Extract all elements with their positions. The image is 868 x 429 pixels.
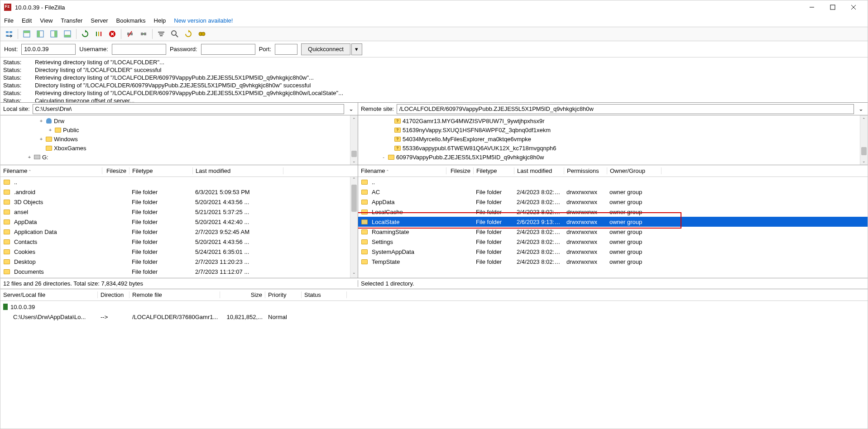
menu-edit[interactable]: Edit <box>22 17 32 24</box>
list-item[interactable]: ACFile folder2/4/2023 8:02:0...drwxrwxrw… <box>358 187 868 197</box>
new-version-link[interactable]: New version available! <box>174 17 233 24</box>
log-pane[interactable]: Status:Retrieving directory listing of "… <box>0 57 868 103</box>
list-item[interactable]: LocalCacheFile folder2/4/2023 8:02:0...d… <box>358 207 868 217</box>
menu-help[interactable]: Help <box>154 17 166 24</box>
site-manager-button[interactable] <box>3 28 15 40</box>
tree-item[interactable]: +Public <box>2 125 356 134</box>
tree-item[interactable]: +G: <box>2 153 356 162</box>
toggle-remote-tree-button[interactable] <box>48 28 60 40</box>
list-item[interactable]: AppDataFile folder2/4/2023 8:02:0...drwx… <box>358 197 868 207</box>
toggle-local-tree-button[interactable] <box>34 28 46 40</box>
list-item[interactable]: TempStateFile folder2/4/2023 8:02:0...dr… <box>358 257 868 267</box>
local-tree[interactable]: +Drw+Public+WindowsXboxGames+G:⌃⌄ <box>0 115 358 165</box>
queue-col-size[interactable]: Size <box>220 291 265 298</box>
remote-col-owner[interactable]: Owner/Group <box>607 167 662 174</box>
tree-item[interactable]: 41702Gamr13.MYG4MWZISVP8UW7I_9ywtjhpxhsx… <box>360 116 866 125</box>
local-col-filetype[interactable]: Filetype <box>129 167 193 174</box>
close-button[interactable] <box>843 0 864 14</box>
list-item[interactable]: Application DataFile folder2/7/2023 9:52… <box>0 227 358 237</box>
list-item[interactable]: RoamingStateFile folder2/4/2023 8:02:0..… <box>358 227 868 237</box>
list-item[interactable]: DocumentsFile folder2/7/2023 11:12:07 ..… <box>0 267 358 276</box>
queue-col-status[interactable]: Status <box>302 291 347 298</box>
quickconnect-button[interactable]: Quickconnect <box>301 43 350 55</box>
list-item[interactable]: .. <box>0 177 358 187</box>
tree-item[interactable]: XboxGames <box>2 143 356 153</box>
remote-site-dropdown[interactable]: ⌄ <box>857 105 865 112</box>
remote-file-list[interactable]: Filename⌃ Filesize Filetype Last modifie… <box>358 165 868 278</box>
find-button[interactable] <box>196 28 208 40</box>
local-col-filename[interactable]: Filename⌃ <box>0 167 102 174</box>
queue-col-priority[interactable]: Priority <box>265 291 302 298</box>
filter-button[interactable] <box>155 28 167 40</box>
list-item[interactable]: .androidFile folder6/3/2021 5:09:53 PM <box>0 187 358 197</box>
remote-site-input[interactable]: /LOCALFOLDER/60979VappyPubb.ZJEJES5L5X1P… <box>397 104 854 114</box>
remote-col-modified[interactable]: Last modified <box>514 167 564 174</box>
disconnect-button[interactable] <box>124 28 136 40</box>
queue-server-name: 10.0.0.39 <box>10 304 35 310</box>
tree-item[interactable]: 55336vappypubl.6TWEW81Q6AVUK12X_kc718mvg… <box>360 143 866 153</box>
host-input[interactable] <box>21 44 76 55</box>
queue-item-row[interactable]: C:\Users\Drw\AppData\Lo... --> /LOCALFOL… <box>0 312 868 322</box>
queue-col-remote[interactable]: Remote file <box>129 291 220 298</box>
queue-col-direction[interactable]: Direction <box>98 291 129 298</box>
port-input[interactable] <box>275 44 297 55</box>
log-line: Status:Calculating timezone offset of se… <box>3 97 865 103</box>
toggle-log-button[interactable] <box>21 28 33 40</box>
window-title: 10.0.0.39 - FileZilla <box>15 4 801 11</box>
local-site-dropdown[interactable]: ⌄ <box>347 105 355 112</box>
local-col-modified[interactable]: Last modified <box>193 167 283 174</box>
list-item[interactable]: CookiesFile folder5/24/2021 6:35:01 ... <box>0 247 358 257</box>
maximize-button[interactable] <box>822 0 843 14</box>
compare-button[interactable] <box>182 28 194 40</box>
list-item[interactable]: SystemAppDataFile folder2/4/2023 8:02:0.… <box>358 247 868 257</box>
tree-item[interactable]: +Drw <box>2 116 356 125</box>
refresh-button[interactable] <box>79 28 91 40</box>
tree-item[interactable]: -60979VappyPubb.ZJEJES5L5X1PM5ID_q9vhkgk… <box>360 153 866 162</box>
queue-server-row[interactable]: 10.0.0.39 <box>0 302 868 312</box>
list-item[interactable]: ContactsFile folder5/20/2021 4:43:56 ... <box>0 237 358 247</box>
menu-server[interactable]: Server <box>91 17 108 24</box>
minimize-button[interactable] <box>801 0 822 14</box>
process-queue-button[interactable] <box>93 28 105 40</box>
menu-view[interactable]: View <box>40 17 53 24</box>
toggle-queue-button[interactable] <box>62 28 73 40</box>
svg-rect-9 <box>24 31 30 33</box>
remote-col-filename[interactable]: Filename⌃ <box>358 167 446 174</box>
list-item[interactable]: LocalStateFile folder2/6/2023 9:13:0...d… <box>358 217 868 227</box>
tree-item[interactable]: 51639nyVappy.SXUQ1HSFN8AWPF0Z_3qbnq0df1x… <box>360 125 866 134</box>
remote-tree-scrollbar[interactable]: ⌃⌄ <box>860 115 868 165</box>
local-list-scrollbar[interactable]: ⌃⌄ <box>350 177 358 278</box>
remote-col-filetype[interactable]: Filetype <box>474 167 514 174</box>
folder-icon <box>45 135 53 143</box>
local-status: 12 files and 26 directories. Total size:… <box>0 280 358 287</box>
svg-rect-15 <box>64 35 71 37</box>
menu-file[interactable]: File <box>4 17 14 24</box>
remote-col-filesize[interactable]: Filesize <box>446 167 474 174</box>
titlebar: 10.0.0.39 - FileZilla <box>0 0 868 14</box>
quickconnect-dropdown[interactable]: ▾ <box>351 43 362 55</box>
list-item[interactable]: .. <box>358 177 868 187</box>
menu-bookmarks[interactable]: Bookmarks <box>116 17 146 24</box>
local-site-input[interactable]: C:\Users\Drw\ <box>33 104 344 114</box>
tree-item[interactable]: 54034Myrcello.MyFilesExplorer_ma0ktqe6vm… <box>360 134 866 143</box>
folder-icon <box>2 180 11 185</box>
username-input[interactable] <box>112 44 166 55</box>
list-item[interactable]: 3D ObjectsFile folder5/20/2021 4:43:56 .… <box>0 197 358 207</box>
queue-col-server[interactable]: Server/Local file <box>0 291 98 298</box>
local-file-list[interactable]: Filename⌃ Filesize Filetype Last modifie… <box>0 165 358 278</box>
list-item[interactable]: anselFile folder5/21/2021 5:37:25 ... <box>0 207 358 217</box>
tree-item[interactable]: +Windows <box>2 134 356 143</box>
transfer-queue[interactable]: Server/Local file Direction Remote file … <box>0 289 868 429</box>
reconnect-button[interactable] <box>138 28 149 40</box>
password-input[interactable] <box>201 44 255 55</box>
search-button[interactable] <box>169 28 181 40</box>
menu-transfer[interactable]: Transfer <box>61 17 82 24</box>
local-tree-scrollbar[interactable]: ⌃⌄ <box>350 115 358 165</box>
list-item[interactable]: DesktopFile folder2/7/2023 11:20:23 ... <box>0 257 358 267</box>
cancel-button[interactable] <box>106 28 118 40</box>
list-item[interactable]: SettingsFile folder2/4/2023 8:02:0...drw… <box>358 237 868 247</box>
remote-col-permissions[interactable]: Permissions <box>564 167 607 174</box>
remote-tree[interactable]: 41702Gamr13.MYG4MWZISVP8UW7I_9ywtjhpxhsx… <box>358 115 868 165</box>
local-col-filesize[interactable]: Filesize <box>102 167 129 174</box>
list-item[interactable]: AppDataFile folder5/20/2021 4:42:40 ... <box>0 217 358 227</box>
